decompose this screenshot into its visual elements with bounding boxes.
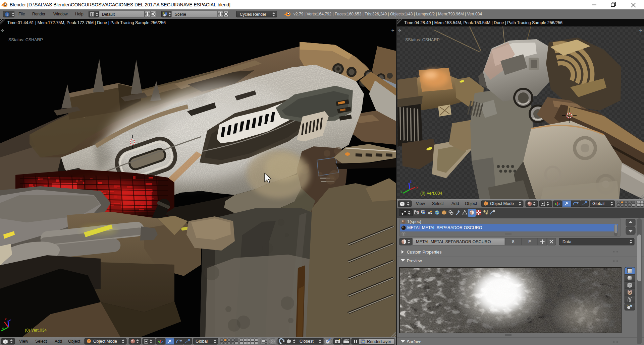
svg-text:z: z: [410, 179, 412, 183]
svg-text:Global: Global: [196, 339, 208, 344]
svg-text:y: y: [400, 189, 402, 193]
svg-text:1(spec): 1(spec): [407, 219, 421, 224]
svg-text:Global: Global: [592, 201, 604, 206]
svg-text:Data: Data: [562, 239, 571, 244]
svg-text:View: View: [19, 339, 29, 344]
svg-text:Custom Properties: Custom Properties: [407, 250, 442, 255]
svg-text:Closest: Closest: [300, 339, 314, 344]
svg-text:Select: Select: [432, 201, 444, 206]
svg-text:x: x: [5, 317, 7, 321]
svg-text:Select: Select: [35, 339, 47, 344]
svg-text:RenderLayer: RenderLayer: [367, 339, 391, 344]
svg-text:F: F: [528, 239, 531, 244]
svg-text:z: z: [9, 318, 11, 322]
svg-text:Add: Add: [55, 339, 62, 344]
svg-text:METAL METAL SEPARADOR OSCURO: METAL METAL SEPARADOR OSCURO: [407, 225, 482, 230]
svg-text:View: View: [416, 201, 425, 206]
svg-text:Object Mode: Object Mode: [490, 201, 514, 206]
svg-text:Object: Object: [465, 201, 477, 206]
svg-text:Preview: Preview: [407, 259, 422, 263]
svg-text:Object Mode: Object Mode: [93, 339, 117, 344]
svg-text:Object: Object: [68, 339, 80, 344]
svg-text:8: 8: [512, 239, 515, 244]
svg-text:Surface: Surface: [407, 340, 421, 344]
svg-text:x: x: [416, 185, 418, 189]
svg-text:y: y: [2, 326, 4, 330]
svg-text:METAL METAL SEPARADOR OSCURO: METAL METAL SEPARADOR OSCURO: [416, 239, 491, 244]
svg-text:i: i: [6, 12, 7, 16]
svg-text:Add: Add: [451, 201, 459, 206]
